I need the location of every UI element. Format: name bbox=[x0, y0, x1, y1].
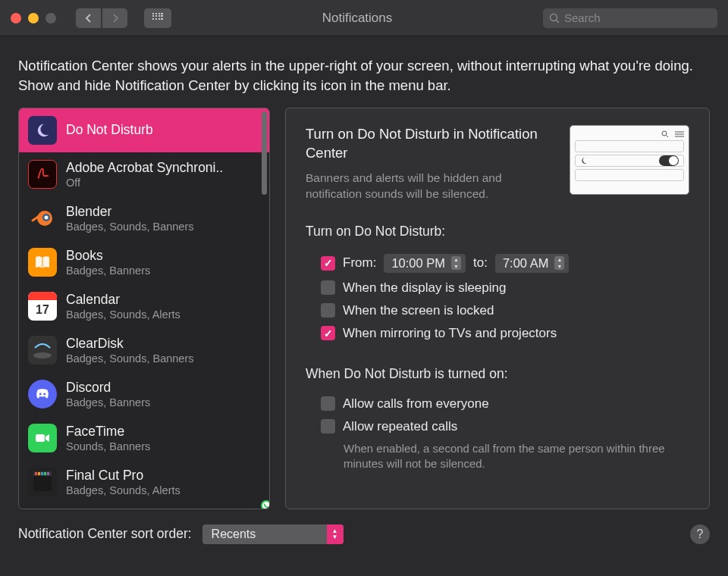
panel-title: Turn on Do Not Disturb in Notification C… bbox=[306, 125, 556, 163]
search-icon bbox=[549, 13, 560, 23]
svg-rect-13 bbox=[41, 472, 43, 475]
svg-point-7 bbox=[39, 393, 42, 395]
titlebar: Notifications bbox=[0, 0, 728, 36]
blender-icon bbox=[28, 204, 57, 233]
sidebar-item-sub: Badges, Banners bbox=[66, 396, 150, 409]
forward-button[interactable] bbox=[102, 8, 127, 28]
sidebar-item-label: Do Not Disturb bbox=[66, 122, 153, 138]
svg-rect-12 bbox=[38, 472, 40, 475]
show-all-prefs-button[interactable] bbox=[144, 8, 171, 28]
acrobat-icon bbox=[28, 160, 57, 189]
sidebar-item-label: Blender bbox=[66, 204, 193, 220]
sidebar-item-label: Final Cut Pro bbox=[66, 468, 180, 484]
option-display-sleeping[interactable]: When the display is sleeping bbox=[306, 277, 689, 299]
footer: Notification Center sort order: Recents … bbox=[0, 509, 728, 559]
sidebar-item-final-cut-pro[interactable]: Final Cut Pro Badges, Sounds, Alerts bbox=[19, 460, 269, 504]
notification-center-preview bbox=[570, 125, 689, 195]
option-label: When the display is sleeping bbox=[343, 280, 506, 296]
moon-icon bbox=[28, 116, 57, 145]
chevron-up-down-icon: ▲▼ bbox=[327, 524, 344, 544]
sidebar-item-discord[interactable]: Discord Badges, Banners bbox=[19, 372, 269, 416]
svg-point-8 bbox=[43, 393, 46, 395]
pane-description: Notification Center shows your alerts in… bbox=[0, 36, 728, 108]
search-field[interactable] bbox=[543, 8, 717, 28]
svg-line-18 bbox=[667, 135, 669, 137]
option-allow-repeated[interactable]: Allow repeated calls bbox=[306, 415, 689, 438]
sleeping-checkbox[interactable] bbox=[321, 280, 335, 295]
sidebar-item-calendar[interactable]: 17 Calendar Badges, Sounds, Alerts bbox=[19, 284, 269, 328]
sidebar-item-adobe-acrobat[interactable]: Adobe Acrobat Synchroni.. Off bbox=[19, 152, 269, 196]
sidebar-item-sub: Badges, Sounds, Banners bbox=[66, 352, 193, 365]
back-button[interactable] bbox=[76, 8, 101, 28]
from-label: From: bbox=[343, 255, 376, 271]
sidebar-item-label: ClearDisk bbox=[66, 336, 193, 352]
sidebar-item-sub: Badges, Sounds, Banners bbox=[66, 221, 193, 233]
stepper-icon[interactable]: ▲▼ bbox=[554, 256, 564, 270]
window-title: Notifications bbox=[177, 11, 537, 26]
to-label: to: bbox=[473, 255, 488, 271]
option-label: When mirroring to TVs and projectors bbox=[343, 326, 557, 341]
mirroring-checkbox[interactable] bbox=[321, 326, 335, 340]
option-from-schedule: From: 10:00 PM ▲▼ to: 7:00 AM ▲▼ bbox=[306, 250, 689, 277]
toggle-icon bbox=[659, 155, 679, 166]
svg-rect-14 bbox=[44, 472, 46, 475]
option-allow-everyone[interactable]: Allow calls from everyone bbox=[306, 393, 689, 415]
sidebar-item-label: FaceTime bbox=[66, 424, 150, 440]
app-list-sidebar: Do Not Disturb Adobe Acrobat Synchroni..… bbox=[18, 108, 270, 509]
option-screen-locked[interactable]: When the screen is locked bbox=[306, 299, 689, 322]
facetime-icon bbox=[28, 424, 57, 452]
nav-buttons bbox=[76, 8, 127, 28]
sidebar-item-sub: Badges, Sounds, Alerts bbox=[66, 484, 180, 496]
help-button[interactable]: ? bbox=[690, 524, 710, 544]
sort-order-dropdown[interactable]: Recents ▲▼ bbox=[202, 524, 344, 544]
sidebar-item-facetime[interactable]: FaceTime Sounds, Banners bbox=[19, 416, 269, 460]
grid-icon bbox=[152, 13, 163, 23]
sidebar-item-sub: Badges, Banners bbox=[66, 265, 150, 277]
sidebar-item-books[interactable]: Books Badges, Banners bbox=[19, 240, 269, 284]
svg-line-1 bbox=[557, 20, 560, 23]
panel-description: Banners and alerts will be hidden and no… bbox=[306, 171, 556, 202]
detail-panel: Turn on Do Not Disturb in Notification C… bbox=[285, 108, 710, 509]
search-input[interactable] bbox=[564, 11, 711, 24]
option-label: When the screen is locked bbox=[343, 303, 494, 318]
list-icon bbox=[675, 130, 684, 138]
from-time-value: 10:00 PM bbox=[391, 256, 445, 271]
sidebar-item-do-not-disturb[interactable]: Do Not Disturb bbox=[19, 108, 269, 152]
sidebar-item-sub: Badges, Sounds, Alerts bbox=[66, 308, 180, 321]
svg-rect-11 bbox=[35, 472, 37, 475]
to-time-field[interactable]: 7:00 AM ▲▼ bbox=[495, 254, 570, 273]
repeated-checkbox[interactable] bbox=[321, 419, 335, 434]
cleardisk-icon bbox=[28, 336, 57, 365]
sidebar-item-label: Discord bbox=[66, 380, 150, 396]
to-time-value: 7:00 AM bbox=[503, 256, 549, 271]
sidebar-scrollbar[interactable] bbox=[262, 111, 267, 195]
option-label: Allow calls from everyone bbox=[343, 396, 489, 412]
option-mirroring[interactable]: When mirroring to TVs and projectors bbox=[306, 322, 689, 345]
minimize-window-button[interactable] bbox=[28, 13, 39, 23]
close-window-button[interactable] bbox=[11, 13, 21, 23]
final-cut-pro-icon bbox=[28, 468, 57, 496]
sidebar-item-label: Books bbox=[66, 248, 150, 264]
zoom-window-button[interactable] bbox=[46, 13, 56, 23]
everyone-checkbox[interactable] bbox=[321, 396, 335, 411]
sidebar-item-blender[interactable]: Blender Badges, Sounds, Banners bbox=[19, 196, 269, 240]
svg-rect-9 bbox=[36, 434, 45, 442]
calendar-icon: 17 bbox=[28, 292, 57, 321]
search-icon bbox=[661, 130, 669, 138]
svg-point-0 bbox=[551, 14, 557, 20]
repeated-calls-help: When enabled, a second call from the sam… bbox=[306, 438, 689, 472]
moon-icon bbox=[580, 157, 588, 164]
discord-icon bbox=[28, 380, 57, 409]
sidebar-item-sub: Sounds, Banners bbox=[66, 440, 150, 452]
locked-checkbox[interactable] bbox=[321, 303, 335, 318]
turn-on-section-label: Turn on Do Not Disturb: bbox=[306, 224, 689, 239]
from-time-field[interactable]: 10:00 PM ▲▼ bbox=[384, 254, 466, 273]
sidebar-item-label: Adobe Acrobat Synchroni.. bbox=[66, 160, 223, 176]
window-controls bbox=[11, 13, 56, 23]
books-icon bbox=[28, 248, 57, 277]
from-checkbox[interactable] bbox=[321, 256, 335, 271]
sidebar-item-cleardisk[interactable]: ClearDisk Badges, Sounds, Banners bbox=[19, 328, 269, 372]
option-label: Allow repeated calls bbox=[343, 419, 457, 434]
stepper-icon[interactable]: ▲▼ bbox=[451, 256, 461, 270]
svg-point-6 bbox=[33, 352, 52, 358]
